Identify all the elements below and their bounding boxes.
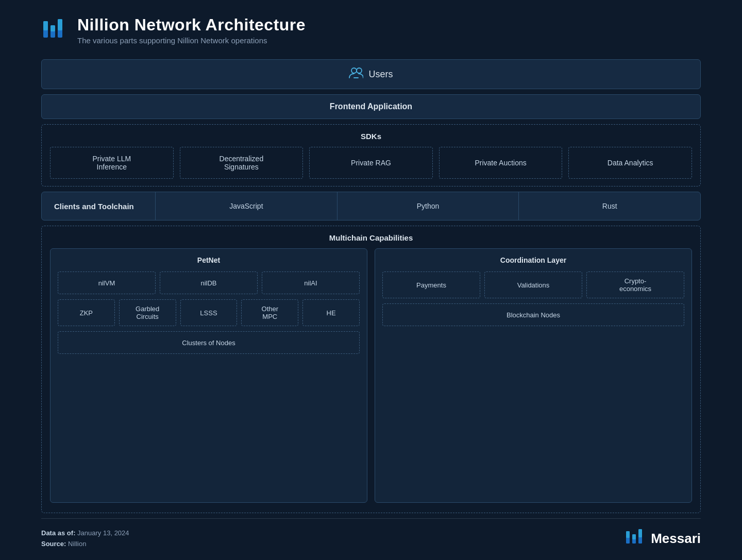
- multichain-container: Multichain Capabilities PetNet nilVM nil…: [41, 226, 701, 513]
- sdk-item-private-rag: Private RAG: [309, 147, 433, 179]
- clients-toolchain-box: Clients and Toolchain JavaScript Python …: [41, 192, 701, 220]
- header-text: Nillion Network Architecture The various…: [77, 15, 306, 45]
- svg-rect-5: [58, 19, 62, 30]
- petnet-box: PetNet nilVM nilDB nilAI ZKP GarbledCirc…: [50, 248, 367, 503]
- petnet-row2: ZKP GarbledCircuits LSSS OtherMPC HE: [58, 299, 360, 326]
- coord-payments: Payments: [382, 271, 480, 298]
- petnet-nilvm: nilVM: [58, 271, 156, 294]
- clients-label: Clients and Toolchain: [42, 192, 155, 220]
- svg-rect-3: [50, 25, 55, 31]
- frontend-label: Frontend Application: [330, 102, 412, 111]
- footer-date-value: January 13, 2024: [77, 529, 129, 537]
- users-label: Users: [368, 69, 393, 80]
- footer: Data as of: January 13, 2024 Source: Nil…: [41, 518, 701, 550]
- sdk-item-decentralized-signatures: DecentralizedSignatures: [180, 147, 303, 179]
- users-box: Users: [41, 59, 701, 89]
- clients-tools: JavaScript Python Rust: [155, 192, 700, 220]
- coord-cryptoeconomics: Crypto-economics: [586, 271, 684, 298]
- sdk-item-private-llm: Private LLMInference: [50, 147, 174, 179]
- svg-rect-9: [626, 531, 630, 538]
- footer-left: Data as of: January 13, 2024 Source: Nil…: [41, 528, 129, 550]
- page-subtitle: The various parts supporting Nillion Net…: [77, 36, 306, 45]
- coord-row1: Payments Validations Crypto-economics: [382, 271, 684, 298]
- footer-data-label: Data as of:: [41, 529, 75, 537]
- multichain-title: Multichain Capabilities: [50, 233, 692, 242]
- multichain-content: PetNet nilVM nilDB nilAI ZKP GarbledCirc…: [50, 248, 692, 503]
- footer-data-date: Data as of: January 13, 2024: [41, 528, 129, 539]
- petnet-garbled-circuits: GarbledCircuits: [119, 299, 176, 326]
- footer-source-label: Source:: [41, 540, 66, 548]
- svg-point-6: [351, 68, 357, 73]
- coord-validations: Validations: [484, 271, 582, 298]
- frontend-box: Frontend Application: [41, 94, 701, 119]
- svg-rect-13: [638, 529, 642, 537]
- sdks-container: SDKs Private LLMInference DecentralizedS…: [41, 124, 701, 186]
- header: Nillion Network Architecture The various…: [41, 15, 701, 45]
- sdks-items: Private LLMInference DecentralizedSignat…: [50, 147, 692, 179]
- sdks-title: SDKs: [50, 132, 692, 141]
- coordination-title: Coordination Layer: [382, 256, 684, 264]
- users-icon: [349, 67, 363, 81]
- footer-source-value: Nillion: [68, 540, 86, 548]
- petnet-he: HE: [302, 299, 360, 326]
- tool-python: Python: [337, 192, 519, 220]
- petnet-nilai: nilAI: [262, 271, 360, 294]
- petnet-nildb: nilDB: [160, 271, 258, 294]
- page-title: Nillion Network Architecture: [77, 15, 306, 35]
- coordination-box: Coordination Layer Payments Validations …: [375, 248, 692, 503]
- petnet-zkp: ZKP: [58, 299, 115, 326]
- svg-point-7: [357, 68, 362, 73]
- petnet-clusters: Clusters of Nodes: [58, 331, 360, 354]
- tool-javascript: JavaScript: [155, 192, 337, 220]
- footer-source: Source: Nillion: [41, 539, 129, 550]
- architecture-diagram: Users Frontend Application SDKs Private …: [41, 59, 701, 513]
- messari-logo-icon: [625, 527, 646, 550]
- petnet-title: PetNet: [58, 256, 360, 264]
- messari-brand-label: Messari: [651, 531, 701, 547]
- sdk-item-data-analytics: Data Analytics: [568, 147, 692, 179]
- petnet-other-mpc: OtherMPC: [241, 299, 298, 326]
- petnet-row1: nilVM nilDB nilAI: [58, 271, 360, 294]
- svg-rect-11: [632, 534, 636, 539]
- footer-right: Messari: [625, 527, 701, 550]
- petnet-lsss: LSSS: [180, 299, 238, 326]
- sdk-item-private-auctions: Private Auctions: [439, 147, 563, 179]
- coord-blockchain-nodes: Blockchain Nodes: [382, 303, 684, 326]
- svg-rect-1: [43, 21, 48, 30]
- logo-icon: [41, 16, 68, 45]
- tool-rust: Rust: [518, 192, 700, 220]
